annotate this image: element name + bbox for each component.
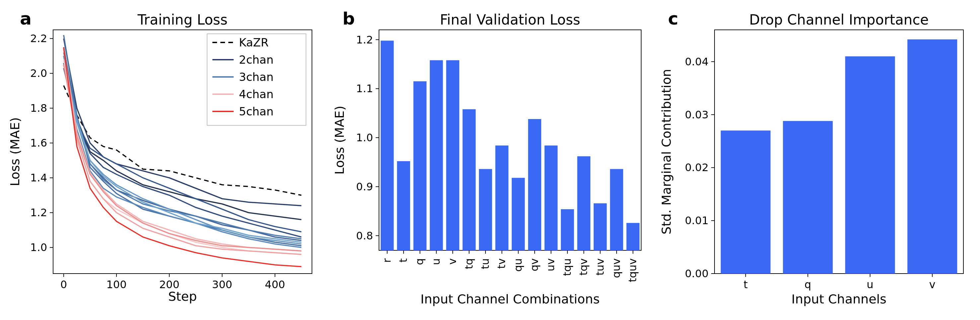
chart-a-legend: KaZR2chan3chan4chan5chan — [207, 34, 306, 125]
svg-text:0.9: 0.9 — [356, 181, 373, 193]
bar-v — [446, 60, 459, 250]
svg-text:0: 0 — [60, 278, 67, 291]
xtick-q: q — [413, 258, 426, 265]
bar-u — [430, 60, 443, 250]
chart-b-xlabel: Input Channel Combinations — [420, 292, 600, 306]
xtick-tuv: tuv — [593, 258, 606, 276]
panel-c: cDrop Channel Importance0.000.010.020.03… — [655, 3, 974, 317]
subplot-label-c: c — [668, 9, 678, 29]
bar-r — [380, 41, 394, 250]
svg-text:1.0: 1.0 — [356, 131, 373, 144]
bar-q — [413, 81, 426, 250]
bar-q — [783, 121, 833, 274]
xtick-tv: tv — [495, 258, 508, 269]
svg-text:0.04: 0.04 — [685, 55, 708, 68]
svg-text:1.0: 1.0 — [30, 241, 47, 253]
chart-c-ylabel: Std. Marginal Contribution — [659, 69, 674, 234]
legend-item-5chan: 5chan — [239, 105, 274, 118]
svg-text:400: 400 — [265, 278, 285, 291]
svg-text:1.1: 1.1 — [356, 82, 373, 95]
xtick-v: v — [929, 278, 935, 291]
xtick-t: t — [397, 258, 409, 263]
legend-item-kazr: KaZR — [239, 36, 269, 49]
panel-b: bFinal Validation Loss0.80.91.01.11.2rtq… — [329, 3, 651, 317]
svg-text:0.8: 0.8 — [356, 230, 373, 242]
bar-u — [845, 56, 895, 274]
bar-quv — [610, 169, 623, 250]
bar-t — [721, 131, 771, 274]
bar-uv — [544, 146, 558, 250]
chart-c-title: Drop Channel Importance — [749, 12, 929, 28]
chart-a-xlabel: Step — [168, 289, 197, 304]
svg-text:1.8: 1.8 — [30, 102, 47, 114]
svg-text:2.0: 2.0 — [30, 67, 47, 79]
chart-b-title: Final Validation Loss — [440, 12, 580, 28]
xtick-uv: uv — [544, 258, 557, 271]
xtick-tquv: tquv — [626, 258, 639, 282]
training-loss-chart: aTraining Loss01002003004001.01.21.41.61… — [6, 3, 325, 317]
xtick-quv: quv — [609, 258, 622, 278]
xtick-qv: qv — [528, 258, 541, 271]
chart-b-ylabel: Loss (MAE) — [332, 106, 347, 175]
svg-text:300: 300 — [212, 278, 232, 291]
bar-tv — [495, 146, 508, 250]
figure-container: aTraining Loss01002003004001.01.21.41.61… — [0, 0, 980, 320]
svg-text:1.6: 1.6 — [30, 136, 47, 149]
xtick-u: u — [430, 258, 442, 265]
drop-channel-importance-chart: cDrop Channel Importance0.000.010.020.03… — [655, 3, 974, 317]
svg-text:100: 100 — [106, 278, 126, 291]
xtick-tqv: tqv — [577, 258, 590, 276]
bar-qu — [511, 178, 525, 250]
legend-item-3chan: 3chan — [239, 70, 274, 84]
bar-tuv — [593, 203, 607, 250]
xtick-t: t — [743, 278, 748, 291]
chart-a-title: Training Loss — [137, 12, 228, 28]
xtick-tqu: tqu — [560, 258, 573, 276]
legend-item-2chan: 2chan — [239, 53, 274, 67]
svg-text:0.02: 0.02 — [685, 161, 708, 174]
bar-tqv — [577, 156, 590, 250]
xtick-tq: tq — [462, 258, 475, 269]
bar-tqu — [561, 209, 574, 250]
svg-text:2.2: 2.2 — [30, 32, 47, 45]
subplot-label-b: b — [342, 9, 355, 29]
xtick-u: u — [867, 278, 873, 291]
panel-a: aTraining Loss01002003004001.01.21.41.61… — [6, 3, 325, 317]
chart-a-ylabel: Loss (MAE) — [8, 117, 22, 186]
svg-text:0.03: 0.03 — [685, 108, 708, 121]
svg-text:0.01: 0.01 — [685, 214, 708, 227]
bar-tq — [462, 109, 476, 250]
chart-c-xlabel: Input Channels — [792, 292, 886, 306]
bar-t — [397, 161, 410, 250]
svg-text:1.2: 1.2 — [356, 33, 373, 46]
xtick-v: v — [446, 258, 459, 265]
xtick-qu: qu — [511, 258, 524, 272]
xtick-r: r — [380, 258, 393, 263]
svg-text:0.00: 0.00 — [685, 267, 708, 280]
legend-item-4chan: 4chan — [239, 87, 274, 101]
final-validation-loss-chart: bFinal Validation Loss0.80.91.01.11.2rtq… — [329, 3, 651, 317]
bar-qv — [528, 119, 541, 250]
bar-v — [907, 40, 957, 274]
xtick-q: q — [805, 278, 811, 291]
svg-text:1.4: 1.4 — [30, 171, 47, 184]
xtick-tu: tu — [479, 258, 491, 269]
subplot-label-a: a — [20, 9, 32, 29]
bar-tu — [479, 169, 492, 250]
svg-text:1.2: 1.2 — [30, 206, 47, 219]
bar-tquv — [626, 223, 640, 250]
